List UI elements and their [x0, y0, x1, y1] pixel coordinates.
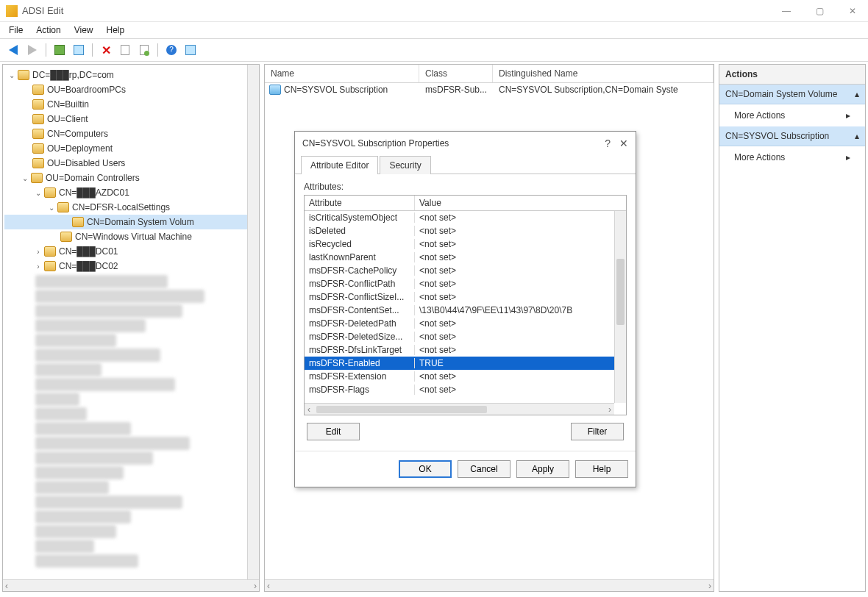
properties-button[interactable] [118, 43, 132, 57]
cancel-button[interactable]: Cancel [458, 460, 511, 478]
attribute-row[interactable]: isRecycled<not set> [305, 237, 626, 251]
arrow-right-icon [28, 45, 37, 55]
attribute-row[interactable]: msDFSR-ContentSet...\13\B0\44\47\9F\EE\1… [305, 304, 626, 317]
chevron-right-icon[interactable]: › [34, 248, 43, 256]
menu-file[interactable]: File [9, 25, 23, 35]
attributes-label: Attributes: [304, 182, 627, 192]
column-dn[interactable]: Distinguished Name [493, 65, 714, 82]
tab-attribute-editor[interactable]: Attribute Editor [301, 156, 378, 174]
tree-node-selected[interactable]: CN=Domain System Volum [4, 215, 257, 229]
tree-node[interactable]: OU=Deployment [4, 141, 257, 156]
actions-group-header[interactable]: CN=Domain System Volume ▴ [719, 85, 865, 104]
tree-node[interactable]: OU=Client [4, 112, 257, 126]
menu-help[interactable]: Help [107, 25, 125, 35]
tree-node[interactable]: › CN=███DC02 [4, 259, 257, 274]
tree-node-domain-controllers[interactable]: ⌄ OU=Domain Controllers [4, 171, 257, 185]
list-pane: Name Class Distinguished Name CN=SYSVOL … [264, 64, 714, 592]
delete-x-icon: ✕ [102, 43, 111, 57]
list-row[interactable]: CN=SYSVOL Subscription msDFSR-Sub... CN=… [265, 83, 714, 96]
minimize-button[interactable]: — [776, 3, 797, 19]
actions-group-label: CN=Domain System Volume [725, 89, 837, 99]
app-icon [6, 5, 18, 17]
tree-node[interactable]: CN=Windows Virtual Machine [4, 229, 257, 244]
dialog-help-button[interactable]: ? [605, 137, 611, 149]
dialog-titlebar: CN=SYSVOL Subscription Properties ? ✕ [295, 132, 636, 155]
tree-scrollbar-vertical[interactable] [247, 65, 259, 579]
attributes-rows: isCriticalSystemObject<not set>isDeleted… [305, 211, 626, 415]
delete-button[interactable]: ✕ [99, 43, 113, 57]
dialog-close-button[interactable]: ✕ [619, 137, 628, 149]
menubar: File Action View Help [0, 22, 868, 38]
attribute-row[interactable]: msDFSR-ConflictSizeI...<not set> [305, 290, 626, 304]
attribute-row[interactable]: msDFSR-Flags<not set> [305, 383, 626, 396]
list-cell-dn: CN=SYSVOL Subscription,CN=Domain Syste [493, 85, 714, 95]
close-button[interactable]: ✕ [843, 3, 862, 19]
tree-node-host[interactable]: ⌄ CN=███AZDC01 [4, 185, 257, 200]
attr-value: <not set> [415, 239, 626, 249]
attribute-row[interactable]: msDFSR-DeletedPath<not set> [305, 317, 626, 330]
attr-name: isRecycled [305, 239, 415, 249]
chevron-down-icon[interactable]: ⌄ [34, 189, 43, 197]
chevron-down-icon[interactable]: ⌄ [21, 174, 29, 182]
attr-value: <not set> [415, 226, 626, 236]
chevron-down-icon[interactable]: ⌄ [47, 204, 56, 212]
menu-action[interactable]: Action [36, 25, 60, 35]
actions-item-label: More Actions [734, 110, 785, 121]
folder-icon [31, 173, 43, 183]
attributes-scrollbar-vertical[interactable] [614, 211, 626, 403]
attribute-row[interactable]: msDFSR-Extension<not set> [305, 370, 626, 383]
new-button[interactable] [137, 43, 152, 57]
attribute-row[interactable]: isDeleted<not set> [305, 224, 626, 237]
tree-node[interactable]: CN=Computers [4, 126, 257, 141]
help-button[interactable]: ? [164, 43, 179, 57]
column-name[interactable]: Name [265, 65, 419, 82]
list-cell-name: CN=SYSVOL Subscription [284, 85, 388, 95]
ok-button[interactable]: OK [399, 460, 452, 478]
attribute-row[interactable]: msDFSR-DeletedSize...<not set> [305, 330, 626, 343]
tree-node[interactable]: OU=Disabled Users [4, 156, 257, 171]
tree[interactable]: ⌄ DC=███rp,DC=com OU=BoardroomPCs CN=Bui… [3, 65, 259, 591]
attribute-row[interactable]: isCriticalSystemObject<not set> [305, 211, 626, 224]
show-hide-button[interactable] [71, 43, 86, 57]
actions-item-more[interactable]: More Actions ▸ [719, 146, 865, 168]
attr-value: <not set> [415, 371, 626, 382]
menu-view[interactable]: View [74, 25, 93, 35]
attribute-row[interactable]: msDFSR-ConflictPath<not set> [305, 277, 626, 290]
dialog-help-button[interactable]: Help [575, 460, 628, 478]
tree-scrollbar-horizontal[interactable]: ‹› [3, 579, 259, 591]
tree-node-dfsr[interactable]: ⌄ CN=DFSR-LocalSettings [4, 200, 257, 215]
actions-group-header[interactable]: CN=SYSVOL Subscription ▴ [719, 126, 865, 146]
actions-item-more[interactable]: More Actions ▸ [719, 104, 865, 126]
attribute-row[interactable]: msDFSR-CachePolicy<not set> [305, 264, 626, 277]
attribute-row[interactable]: msDFSR-DfsLinkTarget<not set> [305, 343, 626, 357]
chevron-down-icon[interactable]: ⌄ [7, 71, 16, 79]
attribute-row[interactable]: msDFSR-EnabledTRUE [305, 357, 626, 370]
edit-button[interactable]: Edit [307, 423, 360, 440]
forward-button[interactable] [25, 43, 40, 57]
column-class[interactable]: Class [419, 65, 493, 82]
up-button[interactable] [52, 43, 67, 57]
attributes-scrollbar-horizontal[interactable]: ‹› [305, 403, 614, 415]
folder-icon [32, 143, 44, 154]
tab-security[interactable]: Security [380, 156, 430, 174]
attributes-grid[interactable]: Attribute Value isCriticalSystemObject<n… [304, 195, 627, 415]
filter-button[interactable]: Filter [571, 423, 624, 440]
tree-node-root[interactable]: ⌄ DC=███rp,DC=com [4, 68, 257, 82]
actions-title: Actions [719, 65, 865, 85]
chevron-right-icon[interactable]: › [34, 262, 43, 271]
maximize-button[interactable]: ▢ [810, 3, 830, 19]
attr-column-value[interactable]: Value [415, 196, 626, 210]
redacted-nodes [4, 275, 257, 568]
tree-node[interactable]: › CN=███DC01 [4, 244, 257, 259]
tree-label: CN=Domain System Volum [87, 217, 194, 227]
back-button[interactable] [6, 43, 21, 57]
attr-column-attribute[interactable]: Attribute [305, 196, 415, 210]
tree-node[interactable]: OU=BoardroomPCs [4, 82, 257, 97]
folder-icon [44, 261, 56, 271]
apply-button[interactable]: Apply [516, 460, 569, 478]
container-button[interactable] [183, 43, 198, 57]
list-scrollbar-horizontal[interactable]: ‹› [265, 579, 714, 591]
attribute-row[interactable]: lastKnownParent<not set> [305, 251, 626, 264]
attr-value: <not set> [415, 318, 626, 329]
tree-node[interactable]: CN=Builtin [4, 97, 257, 112]
